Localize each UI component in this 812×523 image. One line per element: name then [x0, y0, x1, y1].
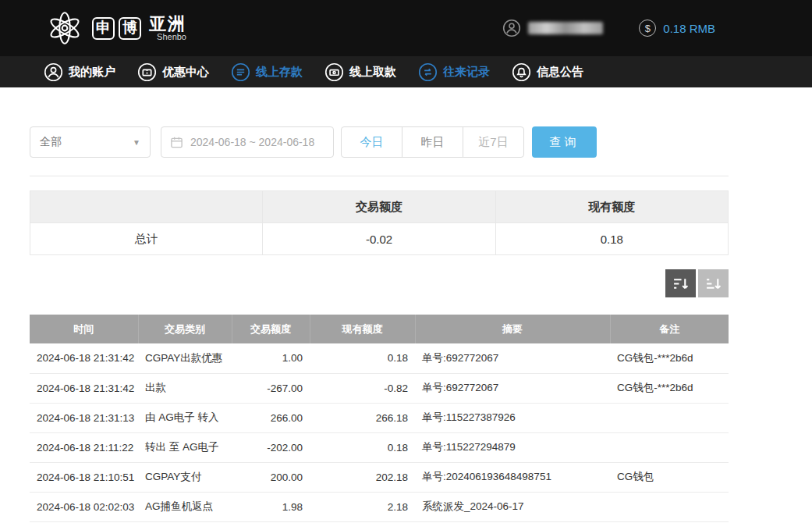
table-cell: 2024-06-18 21:31:13: [30, 403, 138, 432]
quick-range-today[interactable]: 今日: [341, 126, 402, 158]
table-cell: 200.00: [232, 462, 310, 492]
transactions-table: 时间交易类别交易额度现有额度摘要备注 2024-06-18 21:31:42CG…: [30, 315, 729, 522]
nav-item-my-account[interactable]: 我的账户: [44, 62, 115, 82]
table-cell: 2024-06-18 21:11:22: [30, 432, 138, 462]
date-range-value: 2024-06-18 ~ 2024-06-18: [190, 136, 314, 148]
withdrawal-icon: [324, 62, 344, 82]
nav-label: 线上存款: [256, 65, 303, 80]
nav-item-online-deposit[interactable]: 线上存款: [231, 62, 303, 82]
table-cell: CGPAY出款优惠: [138, 343, 232, 373]
summary-total-balance: 0.18: [495, 223, 728, 255]
column-header: 交易额度: [232, 315, 310, 343]
table-cell: 系统派发_2024-06-17: [415, 492, 610, 521]
table-cell: [610, 432, 729, 462]
table-cell: -202.00: [232, 432, 310, 462]
nav-item-announcements[interactable]: 信息公告: [512, 62, 583, 82]
top-header: 申 博 亚洲 Shenbo $ 0.18 RMB: [0, 0, 812, 56]
table-cell: 2024-06-18 02:02:03: [30, 492, 138, 521]
nav-item-promotions[interactable]: 优惠中心: [137, 62, 209, 82]
table-cell: 2024-06-18 21:31:42: [30, 343, 138, 373]
deposit-icon: [231, 62, 250, 82]
summary-total-row: 总计 -0.02 0.18: [30, 223, 729, 255]
filter-bar: 全部 ▼ 2024-06-18 ~ 2024-06-18 今日 昨日 近7日 查…: [30, 126, 729, 158]
nav-label: 线上取款: [349, 65, 396, 80]
summary-header-balance: 现有额度: [495, 191, 728, 223]
table-row: 2024-06-18 21:10:51CGPAY支付200.00202.18单号…: [30, 462, 729, 492]
table-cell: CG钱包-***2b6d: [610, 373, 729, 403]
table-row: 2024-06-18 21:31:42CGPAY出款优惠1.000.18单号:6…: [30, 343, 729, 373]
table-row: 2024-06-18 21:31:42出款-267.00-0.82单号:6927…: [30, 373, 729, 403]
column-header: 备注: [610, 315, 729, 343]
table-cell: 由 AG电子 转入: [138, 403, 232, 432]
brand-region: 亚洲 Shenbo: [149, 15, 186, 42]
brand-char-1: 申: [92, 17, 115, 40]
date-range-input[interactable]: 2024-06-18 ~ 2024-06-18: [161, 126, 334, 158]
main-nav: 我的账户 优惠中心 线上存款 线上取款: [0, 56, 812, 87]
account-icon: [44, 62, 63, 82]
column-header: 摘要: [415, 315, 610, 343]
nav-label: 我的账户: [69, 65, 115, 80]
dollar-icon: $: [639, 20, 656, 37]
records-icon: [418, 62, 438, 82]
coupon-icon: [137, 62, 157, 82]
table-cell: 1.00: [232, 343, 310, 373]
table-cell: 1.98: [232, 492, 310, 521]
summary-header-transaction: 交易额度: [263, 191, 495, 223]
table-cell: 266.00: [232, 403, 310, 432]
transactions-header-row: 时间交易类别交易额度现有额度摘要备注: [30, 315, 729, 343]
quick-range-yesterday[interactable]: 昨日: [402, 126, 463, 158]
transaction-type-select[interactable]: 全部 ▼: [30, 126, 151, 158]
transactions-body: 2024-06-18 21:31:42CGPAY出款优惠1.000.18单号:6…: [30, 343, 729, 521]
brand-name-boxes: 申 博: [92, 17, 141, 40]
username-blurred: [528, 22, 603, 34]
table-cell: 单号:115227387926: [415, 403, 610, 432]
nav-item-transaction-records[interactable]: 往来记录: [418, 62, 490, 82]
table-cell: 202.18: [310, 462, 415, 492]
brand-logo[interactable]: 申 博 亚洲 Shenbo: [45, 9, 186, 48]
calendar-icon: [170, 136, 183, 149]
sort-ascending-icon: [705, 276, 722, 292]
table-cell: 0.18: [310, 343, 415, 373]
quick-range-last7days[interactable]: 近7日: [463, 126, 524, 158]
summary-table: 交易额度 现有额度 总计 -0.02 0.18: [30, 190, 729, 255]
brand-char-2: 博: [119, 17, 141, 40]
table-cell: 2024-06-18 21:10:51: [30, 462, 138, 492]
table-cell: 单号:202406193648498751: [415, 462, 610, 492]
table-cell: CGPAY支付: [138, 462, 232, 492]
bell-icon: [512, 62, 531, 82]
table-cell: [610, 403, 729, 432]
sort-controls: [30, 269, 729, 297]
user-avatar-icon: [502, 19, 521, 37]
content: 全部 ▼ 2024-06-18 ~ 2024-06-18 今日 昨日 近7日 查…: [30, 126, 729, 522]
summary-total-transaction: -0.02: [263, 223, 495, 255]
sort-ascending-button[interactable]: [698, 269, 729, 297]
query-button[interactable]: 查询: [532, 126, 597, 158]
brand-region-cn: 亚洲: [149, 15, 186, 33]
table-row: 2024-06-18 21:11:22转出 至 AG电子-202.000.18单…: [30, 432, 729, 462]
table-cell: 单号:692772067: [415, 343, 610, 373]
summary-header-row: 交易额度 现有额度: [30, 191, 729, 223]
column-header: 交易类别: [138, 315, 232, 343]
table-row: 2024-06-18 21:31:13由 AG电子 转入266.00266.18…: [30, 403, 729, 432]
sort-descending-icon: [672, 276, 689, 292]
nav-label: 信息公告: [537, 65, 583, 80]
table-cell: 单号:115227294879: [415, 432, 610, 462]
brand-subtitle: Shenbo: [157, 33, 186, 42]
table-cell: AG捕鱼机返点: [138, 492, 232, 521]
divider: [30, 176, 729, 176]
table-cell: 单号:692772067: [415, 373, 610, 403]
table-cell: 出款: [138, 373, 232, 403]
table-cell: 266.18: [310, 403, 415, 432]
select-value: 全部: [40, 135, 62, 149]
column-header: 时间: [30, 315, 138, 343]
nav-label: 优惠中心: [162, 65, 209, 80]
table-cell: 0.18: [310, 432, 415, 462]
sort-descending-button[interactable]: [665, 269, 696, 297]
table-cell: 2024-06-18 21:31:42: [30, 373, 138, 403]
quick-range-group: 今日 昨日 近7日: [341, 126, 524, 158]
table-cell: CG钱包-***2b6d: [610, 343, 729, 373]
nav-item-online-withdrawal[interactable]: 线上取款: [324, 62, 396, 82]
table-row: 2024-06-18 02:02:03AG捕鱼机返点1.982.18系统派发_2…: [30, 492, 729, 521]
table-cell: -267.00: [232, 373, 310, 403]
table-cell: -0.82: [310, 373, 415, 403]
